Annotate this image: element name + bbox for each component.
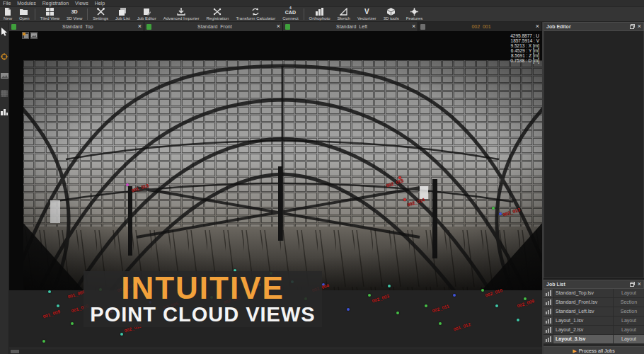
play-icon: ▶ (573, 348, 576, 353)
close-icon[interactable]: × (638, 281, 641, 287)
menu-bar: File Modules Registration Views Help (0, 0, 644, 7)
menu-help[interactable]: Help (95, 0, 105, 7)
job-editor-body (544, 31, 644, 278)
select-cursor-icon[interactable] (1, 26, 8, 39)
close-icon[interactable]: × (412, 23, 415, 30)
close-icon[interactable]: × (138, 23, 142, 30)
job-chart-icon (544, 298, 553, 307)
promo-banner: INTUITIVE POINT CLOUD VIEWS (84, 271, 322, 327)
tab-standard-left[interactable]: Standard_Left × (283, 22, 418, 31)
close-icon[interactable]: × (638, 23, 641, 30)
job-chart-icon (544, 307, 553, 316)
float-panel-icon[interactable] (630, 24, 635, 29)
menu-registration[interactable]: Registration (42, 0, 69, 7)
tab-standard-front[interactable]: Standard_Front × (144, 22, 283, 31)
horizontal-scrollbar[interactable] (9, 348, 542, 354)
document-icon (146, 24, 151, 30)
job-row[interactable]: Layout_1.lsv Layout (544, 316, 644, 326)
vectorizer-button[interactable]: V Vectorizer (354, 7, 380, 21)
application-window: File Modules Registration Views Help New… (0, 0, 644, 354)
layer-back-button[interactable] (22, 32, 29, 39)
open-folder-icon (20, 8, 28, 16)
3d-view-icon: 3D (71, 8, 78, 16)
toolbar-separator (35, 8, 35, 20)
job-chart-icon (544, 289, 553, 297)
orthophoto-icon (316, 8, 323, 16)
document-icon (285, 24, 290, 30)
vectorizer-icon: V (364, 8, 369, 16)
job-row[interactable]: Layout_2.lsv Layout (544, 326, 644, 335)
toolbar-separator (304, 8, 304, 20)
job-list-header[interactable]: Job List × (544, 280, 644, 289)
features-button[interactable]: Features (403, 7, 427, 21)
banner-title: INTUITIVE (121, 273, 284, 304)
right-panel-column: Job Editor × Job List × Standard_Top.lsv… (544, 22, 644, 354)
registration-icon (213, 8, 222, 16)
tiled-view-icon (46, 8, 54, 16)
advanced-importer-button[interactable]: Advanced Importer (160, 7, 203, 21)
job-row[interactable]: Layout_3.lsv Layout (544, 335, 644, 344)
menu-views[interactable]: Views (75, 0, 88, 7)
new-button[interactable]: New (0, 7, 16, 21)
toolbar-separator (87, 8, 88, 20)
view-tab-bar: Standard_Top × Standard_Front × Standard… (9, 22, 542, 31)
job-chart-icon (544, 316, 553, 325)
job-chart-icon (544, 326, 553, 334)
document-icon (11, 24, 16, 30)
cad-connect-icon: 4CAD (285, 8, 296, 16)
job-editor-title: Job Editor (546, 24, 627, 29)
sketch-button[interactable]: Sketch (334, 7, 354, 21)
close-icon[interactable]: × (277, 23, 280, 30)
settings-icon (97, 8, 105, 16)
transform-calculator-button[interactable]: Transform Calculator (232, 7, 279, 21)
pointcloud-panorama (23, 60, 542, 290)
sketch-icon (340, 8, 347, 16)
tab-scan-002-001[interactable]: 002_001 × (418, 22, 542, 31)
job-row[interactable]: Standard_Top.lsv Layout (544, 289, 644, 298)
pano-image-icon[interactable] (1, 69, 8, 81)
3d-tools-icon (387, 8, 395, 16)
scrollbar-thumb[interactable] (11, 350, 19, 353)
job-editor-header[interactable]: Job Editor × (544, 22, 644, 31)
coordinate-readout: 4295.8877 : U 1857.5914 : V 9.5213 : X [… (510, 33, 539, 63)
job-list-button[interactable]: Job List (112, 7, 134, 21)
menu-modules[interactable]: Modules (17, 0, 35, 7)
main-toolbar: New Open Tiled View 3D 3D View Settings (0, 7, 644, 22)
transform-icon (251, 8, 260, 16)
hatch-pattern-icon[interactable] (1, 87, 8, 100)
orthophoto-button[interactable]: Orthophoto (306, 7, 334, 21)
open-button[interactable]: Open (16, 7, 33, 21)
target-icon[interactable] (1, 50, 8, 63)
close-icon[interactable]: × (536, 23, 539, 30)
ortho-chart-icon[interactable] (1, 105, 8, 118)
3d-tools-button[interactable]: 3D tools (380, 7, 403, 21)
viewport-mini-toolbar (22, 32, 38, 39)
job-editor-icon (143, 8, 151, 16)
job-list-title: Job List (546, 282, 627, 287)
menu-file[interactable]: File (3, 0, 11, 7)
connect-button[interactable]: 4CAD Connect (279, 7, 301, 21)
job-chart-icon (544, 335, 553, 343)
job-editor-button[interactable]: Job Editor (134, 7, 160, 21)
tiled-view-button[interactable]: Tiled View (37, 7, 63, 21)
document-icon (420, 24, 425, 30)
process-all-jobs-button[interactable]: ▶ Process all Jobs (544, 346, 644, 354)
3d-view-button[interactable]: 3D 3D View (63, 7, 86, 21)
job-row[interactable]: Standard_Left.lsv Section (544, 307, 644, 316)
left-tool-rail (0, 22, 9, 354)
pano-view-button[interactable] (30, 32, 38, 39)
settings-button[interactable]: Settings (89, 7, 112, 21)
float-panel-icon[interactable] (630, 282, 635, 287)
new-file-icon (4, 8, 11, 16)
pointcloud-viewport[interactable]: 4295.8877 : U 1857.5914 : V 9.5213 : X [… (9, 31, 542, 354)
job-list-icon (119, 8, 127, 16)
features-icon (410, 8, 418, 16)
import-icon (177, 8, 185, 16)
tab-standard-top[interactable]: Standard_Top × (9, 22, 144, 31)
job-row[interactable]: Standard_Front.lsv Section (544, 298, 644, 307)
banner-subtitle: POINT CLOUD VIEWS (90, 304, 315, 326)
registration-button[interactable]: Registration (202, 7, 232, 21)
